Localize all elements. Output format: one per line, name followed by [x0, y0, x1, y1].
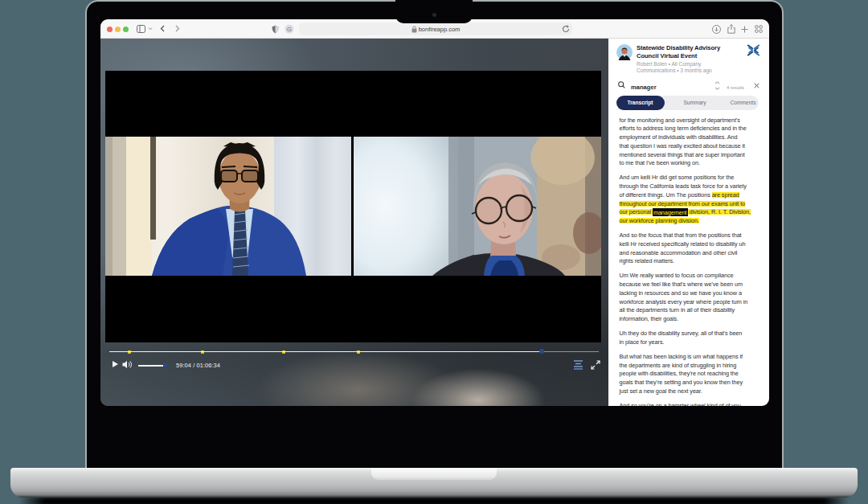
svg-text:G: G — [287, 26, 292, 33]
